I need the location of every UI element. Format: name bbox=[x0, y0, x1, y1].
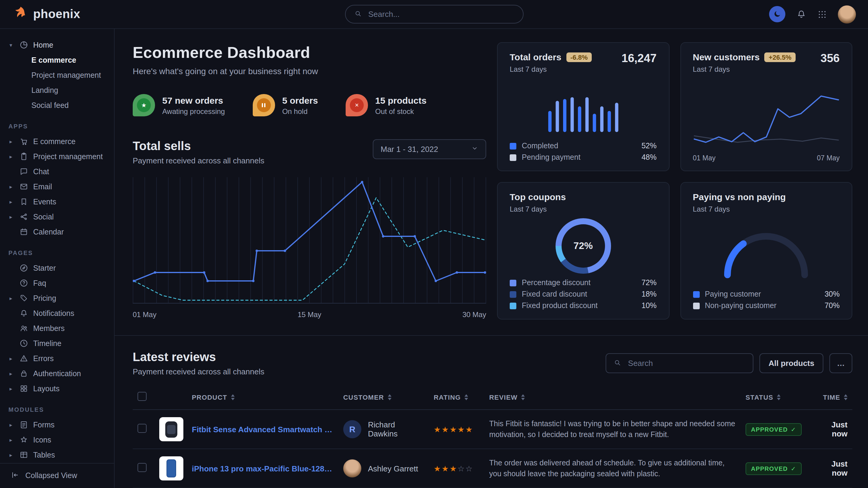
date-range-value: Mar 1 - 31, 2022 bbox=[381, 145, 438, 154]
sidebar-item-social[interactable]: ▸Social bbox=[0, 209, 114, 224]
reviews-title: Latest reviews bbox=[133, 350, 264, 364]
review-time: Just now bbox=[812, 449, 852, 488]
users-icon bbox=[19, 323, 28, 333]
sidebar-item-forms[interactable]: ▸Forms bbox=[0, 417, 114, 432]
sort-icon[interactable] bbox=[464, 394, 468, 400]
orders-legend: Completed52%Pending payment48% bbox=[510, 142, 657, 162]
reviews-table: PRODUCTCUSTOMERRATINGREVIEWSTATUSTIME Fi… bbox=[133, 386, 852, 488]
sidebar-item-social-feed[interactable]: Social feed bbox=[0, 98, 114, 113]
sidebar-item-faq[interactable]: Faq bbox=[0, 275, 114, 291]
sort-icon[interactable] bbox=[231, 394, 234, 400]
date-range-select[interactable]: Mar 1 - 31, 2022 bbox=[373, 139, 486, 159]
chat-icon bbox=[19, 167, 28, 176]
sidebar-item-calendar[interactable]: Calendar bbox=[0, 224, 114, 239]
global-search[interactable] bbox=[345, 5, 523, 24]
caret-right-icon: ▸ bbox=[8, 355, 14, 361]
card-period: Last 7 days bbox=[693, 205, 786, 214]
more-options-button[interactable]: … bbox=[829, 353, 852, 373]
select-all-checkbox[interactable] bbox=[137, 392, 147, 401]
coupons-donut: 72% bbox=[556, 218, 611, 274]
legend-swatch bbox=[510, 280, 516, 286]
reviews-search-input[interactable] bbox=[627, 358, 746, 368]
sort-icon[interactable] bbox=[388, 394, 391, 400]
column-header-time[interactable]: TIME bbox=[812, 386, 852, 410]
card-period: Last 7 days bbox=[693, 65, 796, 73]
pause-blob-icon bbox=[253, 94, 275, 116]
brand[interactable]: phoenix bbox=[12, 5, 80, 23]
sidebar-item-tables[interactable]: ▸Tables bbox=[0, 447, 114, 462]
review-text: This Fitbit is fantastic! I was trying t… bbox=[489, 418, 736, 441]
caret-right-icon: ▸ bbox=[8, 295, 14, 301]
product-link[interactable]: iPhone 13 pro max-Pacific Blue-128GB sto… bbox=[192, 464, 334, 473]
card-period: Last 7 days bbox=[510, 65, 592, 73]
sidebar-item-e-commerce[interactable]: ▸E commerce bbox=[0, 134, 114, 149]
product-link[interactable]: Fitbit Sense Advanced Smartwatch with To… bbox=[192, 425, 334, 434]
collapse-sidebar-button[interactable]: Collapsed View bbox=[0, 463, 114, 488]
sidebar-item-events[interactable]: ▸Events bbox=[0, 194, 114, 209]
total-sells-chart bbox=[133, 176, 486, 304]
main-content: Ecommerce Dashboard Here's what's going … bbox=[115, 29, 868, 488]
row-checkbox[interactable] bbox=[137, 463, 147, 472]
sidebar-item-chat[interactable]: Chat bbox=[0, 164, 114, 179]
review-row: Fitbit Sense Advanced Smartwatch with To… bbox=[133, 410, 852, 449]
sidebar-item-notifications[interactable]: Notifications bbox=[0, 306, 114, 321]
caret-down-icon: ▾ bbox=[8, 42, 14, 48]
all-products-button[interactable]: All products bbox=[760, 353, 824, 373]
product-image bbox=[159, 456, 183, 481]
paying-legend: Paying customer30%Non-paying customer70% bbox=[693, 290, 840, 310]
customer-avatar bbox=[343, 459, 361, 478]
sidebar-item-authentication[interactable]: ▸Authentication bbox=[0, 366, 114, 381]
stat-awating-processing: ★57 new ordersAwating processing bbox=[133, 94, 225, 116]
card-top-coupons: Top coupons Last 7 days 72% Percentage d… bbox=[497, 182, 669, 320]
top-navbar: phoenix bbox=[0, 0, 868, 29]
caret-right-icon: ▸ bbox=[8, 386, 14, 392]
row-checkbox[interactable] bbox=[137, 424, 147, 433]
theme-toggle-button[interactable] bbox=[769, 6, 785, 22]
review-time: Just now bbox=[812, 410, 852, 449]
column-header-rating[interactable]: RATING bbox=[429, 386, 484, 410]
sidebar-item-project-management[interactable]: ▸Project management bbox=[0, 149, 114, 164]
phoenix-logo-icon bbox=[12, 5, 28, 23]
alert-icon bbox=[19, 354, 28, 363]
sidebar-section-pages: PAGES bbox=[0, 239, 114, 260]
caret-right-icon: ▸ bbox=[8, 422, 14, 428]
sidebar-item-landing[interactable]: Landing bbox=[0, 83, 114, 98]
total-sells-title: Total sells bbox=[133, 139, 264, 153]
sidebar-item-project-management[interactable]: Project management bbox=[0, 67, 114, 83]
sidebar-item-members[interactable]: Members bbox=[0, 321, 114, 336]
sidebar-item-errors[interactable]: ▸Errors bbox=[0, 351, 114, 366]
bell-icon bbox=[19, 308, 28, 318]
app-window: phoenix ▾HomeE commerceProject managemen… bbox=[0, 0, 868, 488]
legend-swatch bbox=[693, 302, 700, 309]
caret-right-icon: ▸ bbox=[8, 199, 14, 205]
sidebar-item-email[interactable]: ▸Email bbox=[0, 179, 114, 194]
column-header-review[interactable]: REVIEW bbox=[484, 386, 741, 410]
notifications-bell-icon[interactable] bbox=[796, 9, 806, 19]
collapse-icon bbox=[11, 470, 19, 481]
column-header-customer[interactable]: CUSTOMER bbox=[338, 386, 429, 410]
sidebar-item-layouts[interactable]: ▸Layouts bbox=[0, 381, 114, 396]
caret-right-icon: ▸ bbox=[8, 437, 14, 443]
legend-item: Percentage discount72% bbox=[510, 279, 657, 287]
legend-item: Paying customer30% bbox=[693, 290, 840, 298]
sidebar-item-home[interactable]: ▾Home bbox=[0, 37, 114, 53]
sort-icon[interactable] bbox=[777, 394, 780, 400]
caret-right-icon: ▸ bbox=[8, 452, 14, 458]
status-badge: APPROVED✓ bbox=[746, 462, 802, 475]
sidebar-item-e-commerce[interactable]: E commerce bbox=[0, 53, 114, 67]
sort-icon[interactable] bbox=[844, 394, 847, 400]
search-input[interactable] bbox=[367, 9, 514, 19]
sidebar-item-pricing[interactable]: ▸Pricing bbox=[0, 291, 114, 306]
sidebar-item-timeline[interactable]: Timeline bbox=[0, 336, 114, 351]
sidebar-item-icons[interactable]: ▸Icons bbox=[0, 432, 114, 447]
user-avatar[interactable] bbox=[838, 5, 856, 23]
column-header-status[interactable]: STATUS bbox=[741, 386, 812, 410]
card-title: Total orders bbox=[510, 52, 561, 62]
search-icon bbox=[354, 9, 362, 19]
reviews-search[interactable] bbox=[606, 353, 753, 373]
column-header-product[interactable]: PRODUCT bbox=[154, 386, 338, 410]
apps-grid-icon[interactable] bbox=[817, 9, 827, 19]
sort-icon[interactable] bbox=[521, 394, 525, 400]
card-paying-vs-non-paying: Paying vs non paying Last 7 days Paying … bbox=[680, 182, 852, 320]
sidebar-item-starter[interactable]: Starter bbox=[0, 260, 114, 275]
